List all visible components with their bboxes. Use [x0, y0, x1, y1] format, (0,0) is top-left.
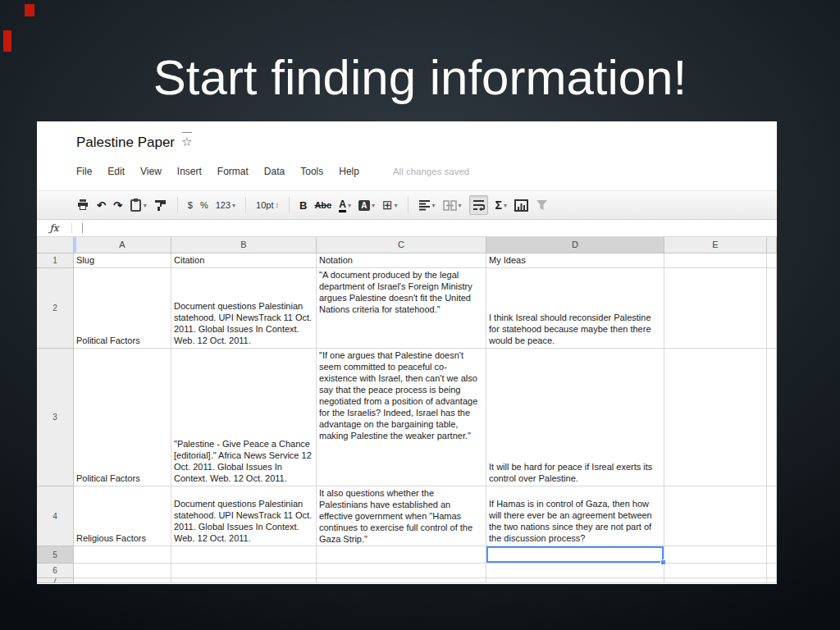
cell-B5[interactable]: [171, 546, 317, 564]
cell-D1[interactable]: My Ideas: [486, 253, 664, 268]
toolbar-separator: [289, 197, 290, 213]
number-format-button[interactable]: 123▾: [216, 197, 235, 213]
row-header-2[interactable]: 2: [37, 268, 74, 349]
dropdown-caret: ▾: [459, 202, 462, 209]
fill-color-button[interactable]: A▾: [358, 197, 375, 213]
cell-D7[interactable]: [486, 578, 664, 583]
cell-A6[interactable]: [74, 564, 171, 578]
col-header-partial[interactable]: [767, 237, 777, 253]
strikethrough-button[interactable]: Abc: [314, 197, 331, 213]
functions-button[interactable]: Σ▾: [495, 197, 507, 213]
updown-icon: ↕: [276, 201, 280, 209]
cell-E1[interactable]: [664, 253, 767, 268]
cell-F6[interactable]: [767, 564, 777, 578]
cell-D3[interactable]: It will be hard for peace if Isreal exer…: [486, 349, 664, 486]
cell-C7[interactable]: [317, 578, 486, 583]
cell-D6[interactable]: [486, 564, 664, 578]
col-header-B[interactable]: B: [171, 237, 317, 253]
undo-icon[interactable]: ↶: [97, 197, 106, 213]
font-size-label: 10pt: [256, 200, 273, 210]
cell-A2[interactable]: Political Factors: [74, 268, 171, 349]
cell-E6[interactable]: [664, 564, 767, 578]
col-header-D[interactable]: D: [486, 237, 664, 253]
bold-button[interactable]: B: [299, 197, 307, 213]
dropdown-caret: ▾: [232, 202, 235, 209]
redo-icon[interactable]: ↷: [113, 197, 122, 213]
menu-view[interactable]: View: [140, 166, 162, 177]
paint-format-icon[interactable]: [154, 197, 167, 213]
merge-cells-button[interactable]: ▾: [443, 197, 462, 213]
menu-file[interactable]: File: [76, 166, 92, 177]
font-size-button[interactable]: 10pt↕: [256, 197, 279, 213]
cell-A4[interactable]: Religious Factors: [74, 486, 171, 546]
row-header-3[interactable]: 3: [37, 349, 74, 486]
cell-B7[interactable]: [171, 578, 317, 583]
borders-icon: ⊞: [382, 197, 393, 213]
cell-F2[interactable]: [767, 268, 777, 349]
percent-button[interactable]: %: [200, 197, 208, 213]
grid-corner[interactable]: [37, 237, 74, 253]
cell-F5[interactable]: [767, 546, 777, 564]
cell-F3[interactable]: [767, 349, 777, 486]
cell-C2[interactable]: "A document produced by the legal depart…: [317, 268, 486, 349]
align-button[interactable]: ▾: [418, 197, 436, 213]
cell-F1[interactable]: [767, 253, 777, 268]
chart-button[interactable]: [514, 197, 528, 213]
row-header-1[interactable]: 1: [37, 253, 74, 268]
menu-insert[interactable]: Insert: [177, 166, 202, 177]
cell-A7[interactable]: [74, 578, 171, 583]
cell-A5[interactable]: [74, 546, 171, 564]
print-icon[interactable]: [76, 197, 89, 213]
menu-format[interactable]: Format: [217, 166, 249, 177]
cell-B2[interactable]: Document questions Palestinian statehood…: [171, 268, 317, 349]
row-header-6[interactable]: 6: [37, 564, 74, 578]
cell-A3[interactable]: Political Factors: [74, 349, 171, 486]
row-header-5[interactable]: 5: [37, 546, 74, 564]
wrap-text-button[interactable]: [469, 195, 488, 215]
cell-C4[interactable]: It also questions whether the Palestinia…: [317, 486, 486, 546]
grid: ABCDE1SlugCitationNotationMy Ideas2Polit…: [37, 237, 777, 584]
cell-C3[interactable]: "If one argues that Palestine doesn't se…: [317, 349, 486, 486]
currency-button[interactable]: $: [188, 197, 193, 213]
text-color-button[interactable]: A▾: [339, 197, 351, 213]
cell-E5[interactable]: [664, 546, 767, 564]
document-title[interactable]: Palestine Paper: [76, 135, 175, 151]
filter-icon[interactable]: [536, 197, 548, 213]
borders-button[interactable]: ⊞▾: [382, 197, 398, 213]
row-header-4[interactable]: 4: [37, 486, 74, 546]
cell-E3[interactable]: [664, 349, 767, 486]
star-icon[interactable]: ☆: [181, 135, 192, 149]
cell-B4[interactable]: Document questions Palestinian statehood…: [171, 486, 317, 546]
cell-E7[interactable]: [664, 578, 767, 583]
row-header-7[interactable]: 7: [37, 578, 74, 583]
dropdown-caret: ▾: [504, 202, 507, 209]
formula-input[interactable]: [83, 220, 777, 236]
col-header-E[interactable]: E: [664, 237, 767, 253]
dropdown-caret: ▾: [144, 202, 147, 209]
cell-B3[interactable]: "Palestine - Give Peace a Chance [editor…: [171, 349, 317, 486]
cell-C5[interactable]: [317, 546, 486, 564]
cell-B1[interactable]: Citation: [171, 253, 317, 268]
paste-icon[interactable]: ▾: [130, 197, 147, 213]
cell-D5[interactable]: [486, 546, 664, 564]
sigma-icon: Σ: [495, 197, 502, 213]
formula-separator: [71, 222, 72, 234]
toolbar-separator: [177, 197, 178, 213]
cell-C1[interactable]: Notation: [317, 253, 486, 268]
menu-edit[interactable]: Edit: [107, 166, 125, 177]
cell-D2[interactable]: I think Isreal should reconsider Palesti…: [486, 268, 664, 349]
menu-tools[interactable]: Tools: [300, 166, 323, 177]
cell-C6[interactable]: [317, 564, 486, 578]
menu-help[interactable]: Help: [339, 166, 359, 177]
col-header-C[interactable]: C: [317, 237, 486, 253]
toolbar-separator: [408, 197, 409, 213]
cell-D4[interactable]: If Hamas is in control of Gaza, then how…: [486, 486, 664, 546]
cell-F4[interactable]: [767, 486, 777, 546]
cell-E4[interactable]: [664, 486, 767, 546]
cell-F7[interactable]: [767, 578, 777, 583]
cell-A1[interactable]: Slug: [74, 253, 171, 268]
menu-data[interactable]: Data: [264, 166, 285, 177]
cell-B6[interactable]: [171, 564, 317, 578]
col-header-A[interactable]: A: [74, 237, 171, 253]
cell-E2[interactable]: [664, 268, 767, 349]
